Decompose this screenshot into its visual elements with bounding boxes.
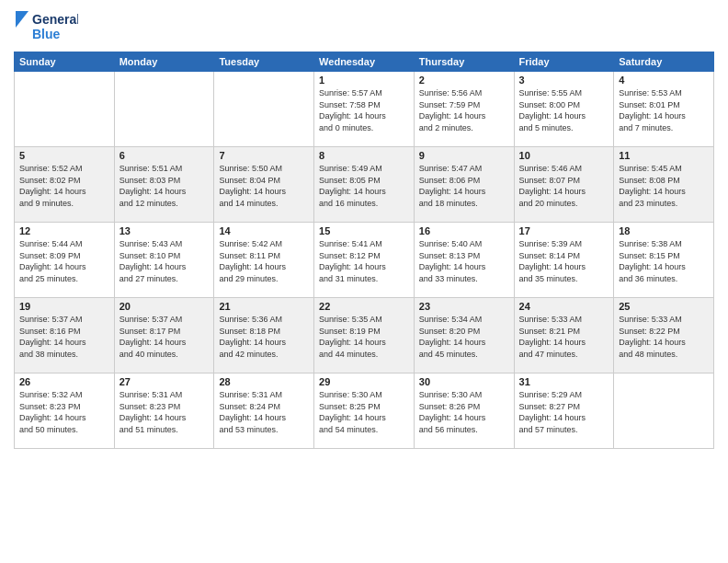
calendar-cell: 30Sunrise: 5:30 AMSunset: 8:26 PMDayligh… — [414, 373, 514, 449]
cell-info: Sunrise: 5:55 AMSunset: 8:00 PMDaylight:… — [519, 87, 609, 133]
day-number: 9 — [419, 150, 509, 161]
calendar-cell: 12Sunrise: 5:44 AMSunset: 8:09 PMDayligh… — [15, 223, 115, 298]
day-number: 12 — [19, 225, 109, 236]
day-number: 7 — [219, 150, 309, 161]
header: GeneralBlue — [14, 9, 714, 44]
calendar-week-row: 19Sunrise: 5:37 AMSunset: 8:16 PMDayligh… — [15, 298, 714, 373]
calendar-cell — [214, 72, 314, 147]
calendar-week-row: 26Sunrise: 5:32 AMSunset: 8:23 PMDayligh… — [15, 373, 714, 449]
day-number: 26 — [19, 376, 109, 387]
calendar-cell: 26Sunrise: 5:32 AMSunset: 8:23 PMDayligh… — [15, 373, 115, 449]
calendar-cell — [614, 373, 714, 449]
day-number: 24 — [519, 301, 609, 312]
cell-info: Sunrise: 5:46 AMSunset: 8:07 PMDaylight:… — [519, 163, 609, 209]
calendar-cell: 8Sunrise: 5:49 AMSunset: 8:05 PMDaylight… — [314, 147, 415, 223]
weekday-header-monday: Monday — [114, 52, 214, 72]
calendar-cell: 25Sunrise: 5:33 AMSunset: 8:22 PMDayligh… — [614, 298, 714, 373]
cell-info: Sunrise: 5:30 AMSunset: 8:26 PMDaylight:… — [419, 389, 509, 435]
day-number: 6 — [119, 150, 210, 161]
cell-info: Sunrise: 5:34 AMSunset: 8:20 PMDaylight:… — [419, 314, 509, 360]
calendar-cell: 11Sunrise: 5:45 AMSunset: 8:08 PMDayligh… — [614, 147, 714, 223]
calendar-cell — [15, 72, 115, 147]
day-number: 20 — [119, 301, 210, 312]
calendar-cell: 27Sunrise: 5:31 AMSunset: 8:23 PMDayligh… — [114, 373, 214, 449]
cell-info: Sunrise: 5:57 AMSunset: 7:58 PMDaylight:… — [319, 87, 409, 133]
calendar-week-row: 5Sunrise: 5:52 AMSunset: 8:02 PMDaylight… — [15, 147, 714, 223]
day-number: 21 — [219, 301, 309, 312]
calendar-cell: 9Sunrise: 5:47 AMSunset: 8:06 PMDaylight… — [414, 147, 514, 223]
day-number: 11 — [619, 150, 709, 161]
weekday-header-row: SundayMondayTuesdayWednesdayThursdayFrid… — [15, 52, 714, 72]
day-number: 3 — [519, 75, 609, 86]
logo-svg: GeneralBlue — [14, 9, 78, 44]
cell-info: Sunrise: 5:31 AMSunset: 8:24 PMDaylight:… — [219, 389, 309, 435]
calendar-cell: 20Sunrise: 5:37 AMSunset: 8:17 PMDayligh… — [114, 298, 214, 373]
calendar-cell: 10Sunrise: 5:46 AMSunset: 8:07 PMDayligh… — [514, 147, 614, 223]
day-number: 8 — [319, 150, 409, 161]
day-number: 2 — [419, 75, 509, 86]
day-number: 17 — [519, 225, 609, 236]
calendar-cell: 3Sunrise: 5:55 AMSunset: 8:00 PMDaylight… — [514, 72, 614, 147]
cell-info: Sunrise: 5:52 AMSunset: 8:02 PMDaylight:… — [19, 163, 109, 209]
calendar-cell: 14Sunrise: 5:42 AMSunset: 8:11 PMDayligh… — [214, 223, 314, 298]
calendar-cell: 31Sunrise: 5:29 AMSunset: 8:27 PMDayligh… — [514, 373, 614, 449]
cell-info: Sunrise: 5:36 AMSunset: 8:18 PMDaylight:… — [219, 314, 309, 360]
day-number: 4 — [619, 75, 709, 86]
day-number: 16 — [419, 225, 509, 236]
cell-info: Sunrise: 5:51 AMSunset: 8:03 PMDaylight:… — [119, 163, 210, 209]
day-number: 14 — [219, 225, 309, 236]
cell-info: Sunrise: 5:38 AMSunset: 8:15 PMDaylight:… — [619, 238, 709, 284]
cell-info: Sunrise: 5:50 AMSunset: 8:04 PMDaylight:… — [219, 163, 309, 209]
day-number: 30 — [419, 376, 509, 387]
cell-info: Sunrise: 5:33 AMSunset: 8:21 PMDaylight:… — [519, 314, 609, 360]
calendar-week-row: 12Sunrise: 5:44 AMSunset: 8:09 PMDayligh… — [15, 223, 714, 298]
cell-info: Sunrise: 5:39 AMSunset: 8:14 PMDaylight:… — [519, 238, 609, 284]
cell-info: Sunrise: 5:43 AMSunset: 8:10 PMDaylight:… — [119, 238, 210, 284]
cell-info: Sunrise: 5:53 AMSunset: 8:01 PMDaylight:… — [619, 87, 709, 133]
calendar-cell: 5Sunrise: 5:52 AMSunset: 8:02 PMDaylight… — [15, 147, 115, 223]
day-number: 23 — [419, 301, 509, 312]
calendar-cell: 4Sunrise: 5:53 AMSunset: 8:01 PMDaylight… — [614, 72, 714, 147]
calendar-cell: 23Sunrise: 5:34 AMSunset: 8:20 PMDayligh… — [414, 298, 514, 373]
day-number: 29 — [319, 376, 409, 387]
calendar-cell: 15Sunrise: 5:41 AMSunset: 8:12 PMDayligh… — [314, 223, 415, 298]
day-number: 31 — [519, 376, 609, 387]
day-number: 15 — [319, 225, 409, 236]
cell-info: Sunrise: 5:47 AMSunset: 8:06 PMDaylight:… — [419, 163, 509, 209]
calendar-page: GeneralBlue SundayMondayTuesdayWednesday… — [0, 0, 728, 563]
cell-info: Sunrise: 5:45 AMSunset: 8:08 PMDaylight:… — [619, 163, 709, 209]
calendar-table: SundayMondayTuesdayWednesdayThursdayFrid… — [14, 52, 714, 449]
calendar-cell: 7Sunrise: 5:50 AMSunset: 8:04 PMDaylight… — [214, 147, 314, 223]
cell-info: Sunrise: 5:31 AMSunset: 8:23 PMDaylight:… — [119, 389, 210, 435]
cell-info: Sunrise: 5:49 AMSunset: 8:05 PMDaylight:… — [319, 163, 409, 209]
day-number: 28 — [219, 376, 309, 387]
calendar-cell — [114, 72, 214, 147]
calendar-cell: 28Sunrise: 5:31 AMSunset: 8:24 PMDayligh… — [214, 373, 314, 449]
day-number: 19 — [19, 301, 109, 312]
cell-info: Sunrise: 5:44 AMSunset: 8:09 PMDaylight:… — [19, 238, 109, 284]
calendar-cell: 1Sunrise: 5:57 AMSunset: 7:58 PMDaylight… — [314, 72, 415, 147]
day-number: 27 — [119, 376, 210, 387]
calendar-cell: 16Sunrise: 5:40 AMSunset: 8:13 PMDayligh… — [414, 223, 514, 298]
svg-text:Blue: Blue — [32, 27, 61, 41]
cell-info: Sunrise: 5:35 AMSunset: 8:19 PMDaylight:… — [319, 314, 409, 360]
cell-info: Sunrise: 5:32 AMSunset: 8:23 PMDaylight:… — [19, 389, 109, 435]
day-number: 18 — [619, 225, 709, 236]
calendar-cell: 24Sunrise: 5:33 AMSunset: 8:21 PMDayligh… — [514, 298, 614, 373]
day-number: 1 — [319, 75, 409, 86]
cell-info: Sunrise: 5:30 AMSunset: 8:25 PMDaylight:… — [319, 389, 409, 435]
cell-info: Sunrise: 5:37 AMSunset: 8:16 PMDaylight:… — [19, 314, 109, 360]
calendar-cell: 21Sunrise: 5:36 AMSunset: 8:18 PMDayligh… — [214, 298, 314, 373]
svg-text:General: General — [32, 12, 78, 27]
logo: GeneralBlue — [14, 9, 78, 44]
cell-info: Sunrise: 5:41 AMSunset: 8:12 PMDaylight:… — [319, 238, 409, 284]
calendar-cell: 22Sunrise: 5:35 AMSunset: 8:19 PMDayligh… — [314, 298, 415, 373]
calendar-cell: 2Sunrise: 5:56 AMSunset: 7:59 PMDaylight… — [414, 72, 514, 147]
calendar-cell: 18Sunrise: 5:38 AMSunset: 8:15 PMDayligh… — [614, 223, 714, 298]
cell-info: Sunrise: 5:40 AMSunset: 8:13 PMDaylight:… — [419, 238, 509, 284]
day-number: 22 — [319, 301, 409, 312]
day-number: 13 — [119, 225, 210, 236]
day-number: 5 — [19, 150, 109, 161]
calendar-cell: 13Sunrise: 5:43 AMSunset: 8:10 PMDayligh… — [114, 223, 214, 298]
day-number: 10 — [519, 150, 609, 161]
